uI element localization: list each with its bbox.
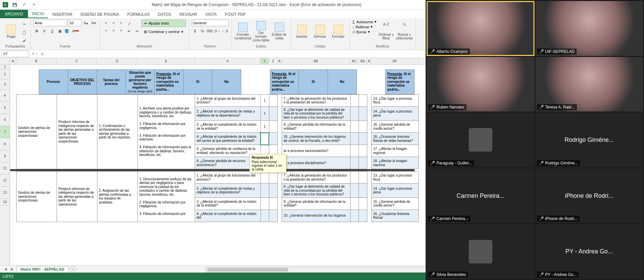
bold-button[interactable]: N xyxy=(33,28,40,34)
participant-tile[interactable]: 🎤Teresa A. Raid... xyxy=(535,57,643,112)
conditional-format-button[interactable]: Formato condicional xyxy=(235,20,251,43)
format-cells-button[interactable]: Formato xyxy=(330,20,347,43)
sheet-nav-prev-icon[interactable]: ◀ xyxy=(3,267,8,271)
enter-fx-icon[interactable]: ✓ xyxy=(35,52,38,56)
tab-revisar[interactable]: REVISAR xyxy=(176,11,202,18)
participant-tile[interactable]: 🎤UIF-SEPRELAD xyxy=(535,1,643,56)
col-header-A[interactable]: A xyxy=(367,58,371,64)
comma-icon[interactable]: 000 xyxy=(207,28,213,34)
tab-foxit[interactable]: Foxit PDF xyxy=(221,11,250,18)
fx-icon[interactable]: fx xyxy=(40,52,45,56)
find-select-button[interactable]: 🔍Buscar y seleccionar xyxy=(396,20,413,43)
row-header-7[interactable]: 7 xyxy=(0,126,10,138)
row-header-3[interactable]: 3 xyxy=(0,80,10,90)
col-header-C[interactable]: C xyxy=(57,58,97,64)
row-header-1[interactable]: 1 xyxy=(0,65,10,69)
sort-filter-button[interactable]: A↓ZOrdenar y filtrar xyxy=(378,20,395,43)
row-header-9[interactable]: 9 xyxy=(0,150,10,162)
percent-icon[interactable]: % xyxy=(199,28,206,34)
font-name-input[interactable] xyxy=(33,20,67,26)
col-header-X[interactable]: X xyxy=(195,58,260,64)
currency-icon[interactable]: $ xyxy=(192,28,198,34)
format-table-button[interactable]: Dar formato como tabla xyxy=(253,20,270,43)
col-header-A[interactable]: A xyxy=(10,58,16,64)
shrink-font-icon[interactable]: A▾ xyxy=(90,20,97,26)
row-headers[interactable]: 12345678911121314 xyxy=(0,65,10,265)
orientation-icon[interactable]: ⤢ xyxy=(126,20,132,27)
border-icon[interactable]: ▦ xyxy=(57,28,63,34)
participant-tile[interactable]: 🎤Alberto Ocampos xyxy=(427,1,534,56)
col-header-E[interactable]: E xyxy=(137,58,195,64)
cut-icon[interactable]: ✂ xyxy=(21,21,28,28)
hdr-pregunta-x: Pregunta. Si el riesgo de corrupción se … xyxy=(154,69,183,94)
fill-button[interactable]: ↓ Rellenar ▾ xyxy=(352,25,376,29)
alignment-buttons[interactable]: ≡≡≡ ≡≡≡ xyxy=(103,20,124,34)
col-header-AD[interactable]: AD xyxy=(359,58,367,64)
row-header-5[interactable]: 5 xyxy=(0,102,10,114)
underline-button[interactable]: S xyxy=(49,28,56,34)
tab-insertar[interactable]: INSERTAR xyxy=(48,11,76,18)
row-header-11[interactable]: 11 xyxy=(0,162,10,175)
col-header-D[interactable]: D xyxy=(97,58,137,64)
clear-button[interactable]: ◇ Borrar ▾ xyxy=(352,30,376,34)
copy-icon[interactable]: 📋 xyxy=(21,29,28,36)
cancel-fx-icon[interactable]: ✕ xyxy=(32,52,35,56)
tab-datos[interactable]: DATOS xyxy=(154,11,175,18)
wrap-text-button[interactable]: ↩Ajustar texto xyxy=(141,20,186,27)
participant-tile[interactable]: iPhone de Rodri...🎤iPhone de Rodri... xyxy=(535,168,643,223)
tab-vista[interactable]: VISTA xyxy=(201,11,221,18)
delete-cells-button[interactable]: Eliminar xyxy=(312,20,329,43)
font-color-icon[interactable]: A xyxy=(72,28,79,34)
sheet-tab-active[interactable]: Matriz MRC - SEPRELAD xyxy=(16,266,69,272)
paste-button[interactable]: Pegar xyxy=(3,20,20,43)
sheet-nav-next-icon[interactable]: ▶ xyxy=(9,267,15,271)
tab-diseno[interactable]: DISEÑO DE PÁGINA xyxy=(76,11,123,18)
participant-tile[interactable]: 🎤Ruben Narvaez xyxy=(427,57,534,112)
row-header-2[interactable]: 2 xyxy=(0,69,10,80)
participant-name-center: iPhone de Rodri... xyxy=(565,192,613,199)
row-header-12[interactable]: 12 xyxy=(0,175,10,187)
fill-color-icon[interactable]: 🪣 xyxy=(64,28,71,34)
participant-tile[interactable]: 🎤Paraguay - Guiller... xyxy=(427,113,534,167)
col-header-Y[interactable]: Y xyxy=(260,58,269,64)
italic-button[interactable]: K xyxy=(41,28,48,34)
col-header-Z[interactable]: Z xyxy=(269,58,277,64)
increase-decimal-icon[interactable]: .0→ xyxy=(214,28,221,34)
tab-inicio[interactable]: INICIO xyxy=(28,10,49,18)
increase-indent-icon[interactable]: ⇥ xyxy=(133,28,140,34)
save-icon[interactable]: 💾 xyxy=(11,1,19,8)
col-header-AB[interactable]: AB xyxy=(282,58,350,64)
cell-styles-button[interactable]: Estilos de celda xyxy=(271,20,288,43)
autosum-button[interactable]: ∑ Autosuma ▾ xyxy=(352,20,376,24)
row-header-8[interactable]: 8 xyxy=(0,138,10,150)
participant-tile[interactable]: 🎤Silvia Benavides xyxy=(427,224,534,279)
insert-cells-button[interactable]: Insertar xyxy=(294,20,310,43)
row-header-4[interactable]: 4 xyxy=(0,90,10,102)
number-format-select[interactable] xyxy=(192,20,229,26)
add-sheet-button[interactable]: + xyxy=(70,266,76,272)
format-painter-icon[interactable]: 🖌 xyxy=(21,37,28,44)
participant-tile[interactable]: Rodrigo Giméne...🎤Rodrigo Giméne... xyxy=(535,113,643,167)
tab-formulas[interactable]: FÓRMULAS xyxy=(123,11,154,18)
participant-tile[interactable]: PY - Andrea Go...🎤PY - Andrea Go... xyxy=(535,224,643,279)
grow-font-icon[interactable]: A▴ xyxy=(83,20,89,26)
col-header-AC[interactable]: AC xyxy=(350,58,359,64)
undo-icon[interactable]: ↶ xyxy=(20,1,28,8)
row-header-6[interactable]: 6 xyxy=(0,114,10,126)
font-size-input[interactable] xyxy=(68,20,82,26)
row-header-13[interactable]: 13 xyxy=(0,187,10,199)
row-header-14[interactable]: 14 xyxy=(0,199,10,206)
hdr-no-ab: No xyxy=(328,69,357,94)
name-box[interactable] xyxy=(1,51,29,57)
decrease-decimal-icon[interactable]: ←.0 xyxy=(221,28,228,34)
participant-tile[interactable]: Carmen Pereira...🎤Carmen Pereira... xyxy=(427,168,534,223)
decrease-indent-icon[interactable]: ⇤ xyxy=(126,28,132,34)
col-header-AF[interactable]: AF xyxy=(371,58,419,64)
select-all-corner[interactable] xyxy=(0,58,10,64)
merge-center-button[interactable]: ⊞Combinar y centrar ▾ xyxy=(141,28,186,35)
tab-file[interactable]: ARCHIVO xyxy=(0,10,28,18)
participant-name-badge: 🎤Rodrigo Giméne... xyxy=(537,160,580,166)
col-header-A[interactable]: A xyxy=(277,58,282,64)
redo-icon[interactable]: ↷ xyxy=(30,1,38,8)
col-header-B[interactable]: B xyxy=(16,58,57,64)
